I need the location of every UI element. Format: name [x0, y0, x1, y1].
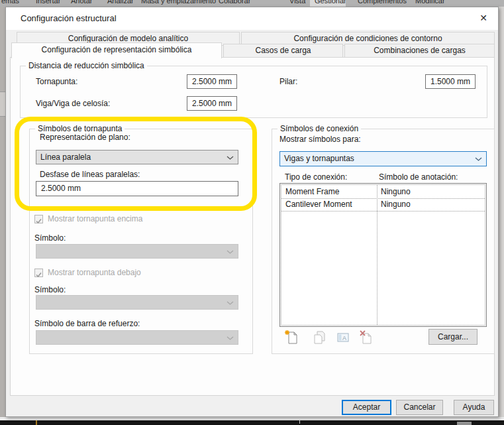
screen: emas Insertar Anotar Analizar Masa y emp… — [0, 0, 504, 425]
annotation-symbol-header: Símbolo de anotación: — [379, 172, 458, 182]
ribbon-tab-vista[interactable]: Vista — [289, 0, 305, 5]
ribbon-tab-modificar[interactable]: Modificar — [415, 0, 445, 5]
column-cutback-label: Pilar: — [279, 77, 297, 86]
group-symbolic-cutback: Distancia de reducción simbólica — [20, 66, 487, 118]
show-symbols-for-value: Vigas y tornapuntas — [284, 154, 354, 163]
symbolic-representation-page: Distancia de reducción simbólica Tornapu… — [10, 57, 495, 396]
rebar-symbol-label: Símbolo de barra de refuerzo: — [34, 319, 140, 328]
show-brace-above-label: Mostrar tornapunta encima — [48, 214, 142, 223]
group-brace-symbols-title: Símbolos de tornapunta — [35, 124, 125, 133]
accept-button[interactable]: Aceptar — [342, 400, 391, 415]
dialog-titlebar: Configuración estructural ✕ — [6, 7, 498, 30]
statusbar-gold-mark — [36, 420, 37, 425]
chevron-down-icon — [227, 301, 234, 305]
structural-settings-dialog: Configuración estructural ✕ Configuració… — [5, 7, 499, 417]
chevron-down-icon — [475, 157, 482, 161]
svg-text:A: A — [342, 335, 346, 341]
background-palette-fragment — [0, 91, 5, 117]
duplicate-connection-icon — [312, 330, 327, 345]
ribbon-tab-anotar[interactable]: Anotar — [71, 0, 92, 5]
background-statusbar-fragment — [0, 420, 504, 425]
parallel-offset-label: Desfase de líneas paralelas: — [40, 170, 140, 179]
symbol-below-label: Símbolo: — [34, 285, 66, 294]
rename-connection-icon: A — [336, 330, 350, 345]
close-icon[interactable]: ✕ — [478, 12, 489, 24]
table-row[interactable]: Moment Frame Ninguno — [281, 186, 485, 199]
show-brace-below-checkbox — [34, 269, 43, 277]
tab-load-combinations[interactable]: Combinaciones de cargas — [344, 44, 495, 58]
plan-representation-value: Línea paralela — [40, 152, 91, 162]
statusbar-gray-mark — [457, 422, 472, 425]
tab-load-cases[interactable]: Casos de carga — [223, 44, 343, 58]
annotation-symbol-cell: Ninguno — [381, 186, 411, 198]
dialog-title: Configuración estructural — [21, 13, 117, 23]
brace-cutback-field[interactable]: 2.5000 mm — [187, 74, 237, 89]
ribbon-tab-colaborar[interactable]: Colaborar — [219, 0, 250, 5]
connection-type-cell: Cantilever Moment — [285, 198, 352, 210]
show-brace-below-label: Mostrar tornapunta debajo — [48, 268, 141, 277]
table-row[interactable]: Cantilever Moment Ninguno — [281, 198, 485, 212]
ribbon-tab-complementos[interactable]: Complementos — [358, 0, 407, 5]
beam-cutback-label: Viga/Viga de celosía: — [36, 99, 110, 108]
annotation-symbol-cell: Ninguno — [381, 198, 411, 210]
parallel-offset-field[interactable]: 2.5000 mm — [36, 181, 238, 196]
statusbar-white-mark — [299, 420, 300, 424]
background-left-strip — [0, 7, 5, 419]
beam-cutback-field[interactable]: 2.5000 mm — [187, 96, 237, 111]
plan-representation-label: Representación de plano: — [40, 133, 130, 142]
symbol-above-label: Símbolo: — [34, 233, 66, 243]
connection-table[interactable]: Moment Frame Ninguno Cantilever Moment N… — [279, 183, 487, 327]
help-button[interactable]: Ayuda — [454, 400, 494, 415]
ribbon-tab-analizar[interactable]: Analizar — [107, 0, 134, 5]
show-symbols-for-label: Mostrar símbolos para: — [279, 135, 361, 144]
symbol-above-select — [36, 244, 238, 259]
new-connection-icon[interactable] — [284, 330, 299, 345]
checkmark-icon — [35, 217, 42, 225]
rebar-symbol-select — [36, 330, 238, 345]
connection-type-header: Tipo de conexión: — [285, 172, 347, 182]
cancel-button[interactable]: Cancelar — [396, 400, 443, 415]
ribbon-tab-insertar[interactable]: Insertar — [36, 0, 60, 5]
ribbon-bar: emas Insertar Anotar Analizar Masa y emp… — [0, 0, 504, 7]
show-symbols-for-select[interactable]: Vigas y tornapuntas — [279, 151, 487, 166]
group-connection-symbols-title: Símbolos de conexión — [277, 124, 361, 133]
plan-representation-select[interactable]: Línea paralela — [36, 150, 238, 164]
connection-type-cell: Moment Frame — [285, 186, 339, 198]
load-button[interactable]: Cargar... — [428, 329, 478, 345]
tab-symbolic-representation[interactable]: Configuración de representación simbólic… — [11, 42, 222, 58]
checkmark-icon — [35, 271, 42, 278]
group-symbolic-cutback-title: Distancia de reducción simbólica — [26, 61, 147, 70]
ribbon-tab-gestionar[interactable]: Gestionar — [315, 0, 346, 5]
symbol-below-select — [36, 295, 238, 310]
delete-connection-icon — [358, 330, 373, 345]
brace-cutback-label: Tornapunta: — [36, 77, 77, 86]
chevron-down-icon — [227, 156, 234, 160]
show-brace-above-checkbox — [34, 215, 43, 223]
chevron-down-icon — [227, 336, 234, 340]
column-cutback-field[interactable]: 1.5000 mm — [425, 74, 476, 89]
ribbon-tab-masa[interactable]: Masa y emplazamiento — [141, 0, 216, 5]
chevron-down-icon — [227, 250, 234, 254]
ribbon-tab-sistemas[interactable]: emas — [1, 0, 19, 5]
